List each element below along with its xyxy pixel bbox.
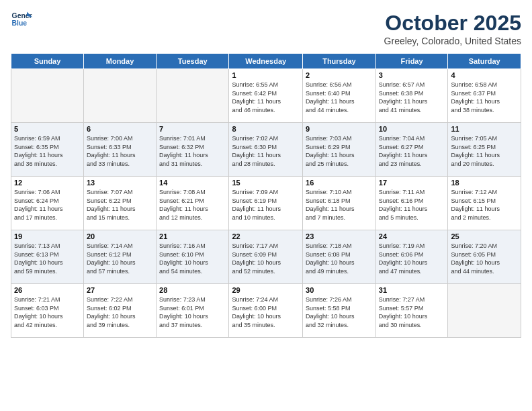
day-info: Sunrise: 7:04 AM Sunset: 6:27 PM Dayligh… <box>379 134 445 168</box>
day-number: 9 <box>306 125 373 133</box>
day-info: Sunrise: 7:06 AM Sunset: 6:24 PM Dayligh… <box>14 188 81 222</box>
calendar-row-4: 19Sunrise: 7:13 AM Sunset: 6:13 PM Dayli… <box>11 230 521 284</box>
logo: General Blue <box>11 11 32 30</box>
calendar-cell: 9Sunrise: 7:03 AM Sunset: 6:29 PM Daylig… <box>303 123 376 177</box>
day-number: 21 <box>159 232 226 240</box>
calendar-cell: 13Sunrise: 7:07 AM Sunset: 6:22 PM Dayli… <box>83 177 156 230</box>
calendar-cell: 26Sunrise: 7:21 AM Sunset: 6:03 PM Dayli… <box>11 284 84 338</box>
day-info: Sunrise: 7:03 AM Sunset: 6:29 PM Dayligh… <box>306 134 373 168</box>
calendar-cell: 7Sunrise: 7:01 AM Sunset: 6:32 PM Daylig… <box>157 123 229 177</box>
day-number: 3 <box>379 71 445 79</box>
svg-text:Blue: Blue <box>12 19 28 27</box>
calendar-cell: 19Sunrise: 7:13 AM Sunset: 6:13 PM Dayli… <box>11 230 84 284</box>
day-info: Sunrise: 7:02 AM Sunset: 6:30 PM Dayligh… <box>232 134 300 168</box>
weekday-header-friday: Friday <box>375 54 448 69</box>
calendar-row-5: 26Sunrise: 7:21 AM Sunset: 6:03 PM Dayli… <box>11 284 521 338</box>
calendar-cell: 11Sunrise: 7:05 AM Sunset: 6:25 PM Dayli… <box>448 123 521 177</box>
title-block: October 2025 Greeley, Colorado, United S… <box>384 11 521 46</box>
day-info: Sunrise: 7:19 AM Sunset: 6:06 PM Dayligh… <box>379 242 445 275</box>
day-info: Sunrise: 7:12 AM Sunset: 6:15 PM Dayligh… <box>451 188 518 222</box>
calendar-cell <box>83 69 156 123</box>
day-info: Sunrise: 7:23 AM Sunset: 6:01 PM Dayligh… <box>159 295 226 329</box>
weekday-header-saturday: Saturday <box>448 54 521 69</box>
day-info: Sunrise: 7:14 AM Sunset: 6:12 PM Dayligh… <box>87 242 153 275</box>
day-number: 19 <box>14 232 81 240</box>
day-info: Sunrise: 7:18 AM Sunset: 6:08 PM Dayligh… <box>306 242 373 275</box>
header: General Blue October 2025 Greeley, Color… <box>11 11 521 46</box>
day-number: 13 <box>87 179 153 187</box>
calendar-row-3: 12Sunrise: 7:06 AM Sunset: 6:24 PM Dayli… <box>11 177 521 230</box>
calendar-cell: 8Sunrise: 7:02 AM Sunset: 6:30 PM Daylig… <box>229 123 303 177</box>
day-info: Sunrise: 6:58 AM Sunset: 6:37 PM Dayligh… <box>451 81 518 114</box>
location: Greeley, Colorado, United States <box>384 36 521 46</box>
day-number: 8 <box>232 125 300 133</box>
logo-icon: General Blue <box>11 11 32 30</box>
calendar-cell: 10Sunrise: 7:04 AM Sunset: 6:27 PM Dayli… <box>375 123 448 177</box>
day-info: Sunrise: 7:09 AM Sunset: 6:19 PM Dayligh… <box>232 188 300 222</box>
calendar-cell: 30Sunrise: 7:26 AM Sunset: 5:58 PM Dayli… <box>303 284 376 338</box>
day-number: 22 <box>232 232 300 240</box>
day-info: Sunrise: 6:57 AM Sunset: 6:38 PM Dayligh… <box>379 81 445 114</box>
calendar-cell: 28Sunrise: 7:23 AM Sunset: 6:01 PM Dayli… <box>157 284 229 338</box>
day-number: 18 <box>451 179 518 187</box>
day-number: 11 <box>451 125 518 133</box>
day-number: 28 <box>159 286 226 294</box>
day-info: Sunrise: 7:07 AM Sunset: 6:22 PM Dayligh… <box>87 188 153 222</box>
day-number: 29 <box>232 286 300 294</box>
day-info: Sunrise: 6:55 AM Sunset: 6:42 PM Dayligh… <box>232 81 300 114</box>
day-number: 10 <box>379 125 445 133</box>
day-number: 4 <box>451 71 518 79</box>
day-number: 25 <box>451 232 518 240</box>
calendar-cell: 25Sunrise: 7:20 AM Sunset: 6:05 PM Dayli… <box>448 230 521 284</box>
weekday-header-wednesday: Wednesday <box>229 54 303 69</box>
weekday-header-tuesday: Tuesday <box>157 54 229 69</box>
calendar: SundayMondayTuesdayWednesdayThursdayFrid… <box>11 53 521 338</box>
calendar-cell: 16Sunrise: 7:10 AM Sunset: 6:18 PM Dayli… <box>303 177 376 230</box>
day-number: 20 <box>87 232 153 240</box>
day-info: Sunrise: 7:00 AM Sunset: 6:33 PM Dayligh… <box>87 134 153 168</box>
page: General Blue October 2025 Greeley, Color… <box>0 0 532 411</box>
calendar-cell: 20Sunrise: 7:14 AM Sunset: 6:12 PM Dayli… <box>83 230 156 284</box>
calendar-cell: 18Sunrise: 7:12 AM Sunset: 6:15 PM Dayli… <box>448 177 521 230</box>
day-number: 1 <box>232 71 300 79</box>
day-number: 6 <box>87 125 153 133</box>
calendar-cell <box>448 284 521 338</box>
day-number: 27 <box>87 286 153 294</box>
calendar-cell <box>11 69 84 123</box>
calendar-cell: 31Sunrise: 7:27 AM Sunset: 5:57 PM Dayli… <box>375 284 448 338</box>
day-info: Sunrise: 7:20 AM Sunset: 6:05 PM Dayligh… <box>451 242 518 275</box>
day-number: 5 <box>14 125 81 133</box>
day-info: Sunrise: 7:17 AM Sunset: 6:09 PM Dayligh… <box>232 242 300 275</box>
calendar-cell: 29Sunrise: 7:24 AM Sunset: 6:00 PM Dayli… <box>229 284 303 338</box>
day-info: Sunrise: 7:22 AM Sunset: 6:02 PM Dayligh… <box>87 295 153 329</box>
day-number: 17 <box>379 179 445 187</box>
day-number: 16 <box>306 179 373 187</box>
day-number: 7 <box>159 125 226 133</box>
day-info: Sunrise: 7:13 AM Sunset: 6:13 PM Dayligh… <box>14 242 81 275</box>
day-number: 14 <box>159 179 226 187</box>
day-info: Sunrise: 6:56 AM Sunset: 6:40 PM Dayligh… <box>306 81 373 114</box>
calendar-cell: 12Sunrise: 7:06 AM Sunset: 6:24 PM Dayli… <box>11 177 84 230</box>
calendar-cell: 24Sunrise: 7:19 AM Sunset: 6:06 PM Dayli… <box>375 230 448 284</box>
month-title: October 2025 <box>384 11 521 36</box>
day-info: Sunrise: 7:24 AM Sunset: 6:00 PM Dayligh… <box>232 295 300 329</box>
day-number: 2 <box>306 71 373 79</box>
calendar-cell: 22Sunrise: 7:17 AM Sunset: 6:09 PM Dayli… <box>229 230 303 284</box>
calendar-row-1: 1Sunrise: 6:55 AM Sunset: 6:42 PM Daylig… <box>11 69 521 123</box>
day-number: 12 <box>14 179 81 187</box>
calendar-row-2: 5Sunrise: 6:59 AM Sunset: 6:35 PM Daylig… <box>11 123 521 177</box>
weekday-header-thursday: Thursday <box>303 54 376 69</box>
day-info: Sunrise: 7:26 AM Sunset: 5:58 PM Dayligh… <box>306 295 373 329</box>
weekday-header-row: SundayMondayTuesdayWednesdayThursdayFrid… <box>11 54 521 69</box>
weekday-header-sunday: Sunday <box>11 54 84 69</box>
calendar-cell: 2Sunrise: 6:56 AM Sunset: 6:40 PM Daylig… <box>303 69 376 123</box>
day-info: Sunrise: 7:08 AM Sunset: 6:21 PM Dayligh… <box>159 188 226 222</box>
calendar-cell: 21Sunrise: 7:16 AM Sunset: 6:10 PM Dayli… <box>157 230 229 284</box>
calendar-cell: 5Sunrise: 6:59 AM Sunset: 6:35 PM Daylig… <box>11 123 84 177</box>
calendar-cell: 23Sunrise: 7:18 AM Sunset: 6:08 PM Dayli… <box>303 230 376 284</box>
day-info: Sunrise: 7:11 AM Sunset: 6:16 PM Dayligh… <box>379 188 445 222</box>
calendar-cell: 27Sunrise: 7:22 AM Sunset: 6:02 PM Dayli… <box>83 284 156 338</box>
day-number: 23 <box>306 232 373 240</box>
day-info: Sunrise: 7:16 AM Sunset: 6:10 PM Dayligh… <box>159 242 226 275</box>
day-info: Sunrise: 7:05 AM Sunset: 6:25 PM Dayligh… <box>451 134 518 168</box>
